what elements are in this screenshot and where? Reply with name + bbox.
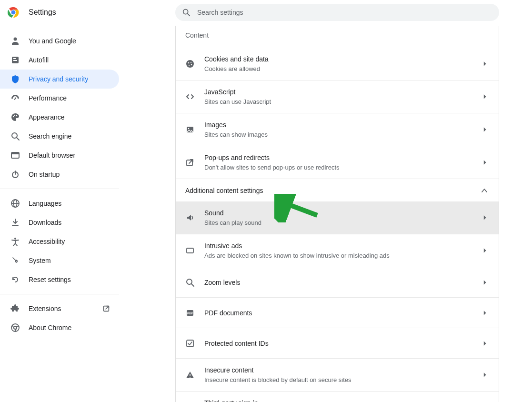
sidebar-item-default-browser[interactable]: Default browser [0,146,119,165]
row-body: Intrusive adsAds are blocked on sites kn… [204,241,482,260]
row-subtitle: Cookies are allowed [204,65,482,73]
sidebar-item-label: On startup [29,171,119,178]
row-body: JavaScriptSites can use Javascript [204,87,482,106]
sidebar-item-label: Accessibility [29,238,119,245]
setting-row-third-party-sign-in[interactable]: Third-party sign-inSites can show sign-i… [176,391,499,402]
sidebar-item-label: You and Google [29,37,119,45]
setting-row-zoom-levels[interactable]: Zoom levels [176,267,499,297]
open-in-new-icon [102,304,110,313]
setting-row-javascript[interactable]: JavaScriptSites can use Javascript [176,80,499,113]
content-settings-card: Content Cookies and site dataCookies are… [175,26,499,402]
image-icon [185,125,195,134]
browser-icon [10,151,20,160]
chevron-right-icon [482,309,489,317]
shield-icon [10,74,20,84]
code-icon [185,92,195,101]
chevron-right-icon [482,247,489,254]
sidebar-item-label: Privacy and security [29,75,119,83]
row-body: Cookies and site dataCookies are allowed [204,54,482,73]
sidebar-item-search-engine[interactable]: Search engine [0,127,119,146]
main-content: Content Cookies and site dataCookies are… [175,26,499,402]
download-icon [10,218,20,227]
sidebar-item-label: Downloads [29,219,119,226]
sidebar-item-performance[interactable]: Performance [0,89,119,108]
setting-row-pop-ups-and-redirects[interactable]: Pop-ups and redirectsDon't allow sites t… [176,146,499,179]
reset-icon [10,275,20,284]
person-icon [10,36,20,46]
row-body: Pop-ups and redirectsDon't allow sites t… [204,153,482,172]
row-title: Third-party sign-in [204,398,482,402]
row-title: JavaScript [204,87,482,97]
row-title: Sound [204,208,482,218]
sidebar-item-appearance[interactable]: Appearance [0,108,119,127]
search-input[interactable] [197,9,499,16]
globe-icon [10,199,20,208]
row-body: Insecure contentInsecure content is bloc… [204,365,482,384]
sidebar-item-autofill[interactable]: Autofill [0,50,119,70]
row-body: Zoom levels [204,278,482,287]
sidebar-divider [0,189,119,189]
sidebar-item-system[interactable]: System [0,251,119,270]
setting-row-sound[interactable]: SoundSites can play sound [176,201,499,234]
protected-icon [185,339,195,348]
row-body: Protected content IDs [204,339,482,348]
wrench-icon [10,256,20,265]
chrome-logo-icon [8,7,19,18]
sidebar-item-label: Performance [29,94,119,102]
popup-icon [185,158,195,167]
sidebar-item-languages[interactable]: Languages [0,194,119,213]
chevron-right-icon [482,60,489,68]
sidebar-item-about-chrome[interactable]: About Chrome [0,318,119,337]
sidebar-item-label: Autofill [29,56,119,64]
chevron-right-icon [482,93,489,100]
row-subtitle: Sites can show images [204,131,482,139]
chevron-right-icon [482,340,489,347]
sidebar-item-on-startup[interactable]: On startup [0,165,119,184]
row-title: Insecure content [204,365,482,375]
search-icon [182,8,191,17]
search-icon [10,131,20,141]
sidebar-item-downloads[interactable]: Downloads [0,213,119,232]
cookie-icon [185,59,195,69]
sidebar-item-privacy-and-security[interactable]: Privacy and security [0,70,119,89]
sidebar-item-you-and-google[interactable]: You and Google [0,31,119,50]
pdf-icon [185,308,195,318]
setting-row-intrusive-ads[interactable]: Intrusive adsAds are blocked on sites kn… [176,234,499,267]
sidebar-divider [0,294,119,294]
extension-icon [10,304,20,313]
row-title: Zoom levels [204,278,240,287]
chevron-right-icon [482,159,489,166]
chevron-right-icon [482,371,489,379]
sidebar-item-accessibility[interactable]: Accessibility [0,232,119,251]
setting-row-insecure-content[interactable]: Insecure contentInsecure content is bloc… [176,358,499,391]
sidebar-item-label: Extensions [29,305,102,312]
sidebar-item-label: Languages [29,200,119,207]
content-section-title: Content [176,31,499,48]
chrome-icon [10,323,20,332]
row-title: Protected content IDs [204,339,269,348]
setting-row-protected-content-ids[interactable]: Protected content IDs [176,328,499,358]
setting-row-pdf-documents[interactable]: PDF documents [176,297,499,328]
sidebar-item-extensions[interactable]: Extensions [0,299,119,318]
row-title: Intrusive ads [204,241,482,251]
power-icon [10,170,20,179]
zoom-icon [185,278,195,287]
chevron-right-icon [482,279,489,286]
warning-icon [185,370,195,380]
row-body: Third-party sign-inSites can show sign-i… [204,398,482,402]
sidebar-item-label: Search engine [29,132,119,140]
sidebar-item-label: Appearance [29,113,119,121]
setting-row-images[interactable]: ImagesSites can show images [176,113,499,146]
additional-content-settings-expander[interactable]: Additional content settings [176,179,499,201]
row-subtitle: Sites can play sound [204,219,482,227]
additional-label: Additional content settings [185,187,263,194]
sidebar-item-reset-settings[interactable]: Reset settings [0,270,119,289]
autofill-icon [10,55,20,65]
page-title: Settings [29,8,56,17]
search-settings[interactable] [175,4,499,21]
setting-row-cookies-and-site-data[interactable]: Cookies and site dataCookies are allowed [176,48,499,80]
palette-icon [10,112,20,122]
ad-icon [185,246,195,255]
chevron-up-icon [480,186,489,195]
row-subtitle: Sites can use Javascript [204,98,482,106]
